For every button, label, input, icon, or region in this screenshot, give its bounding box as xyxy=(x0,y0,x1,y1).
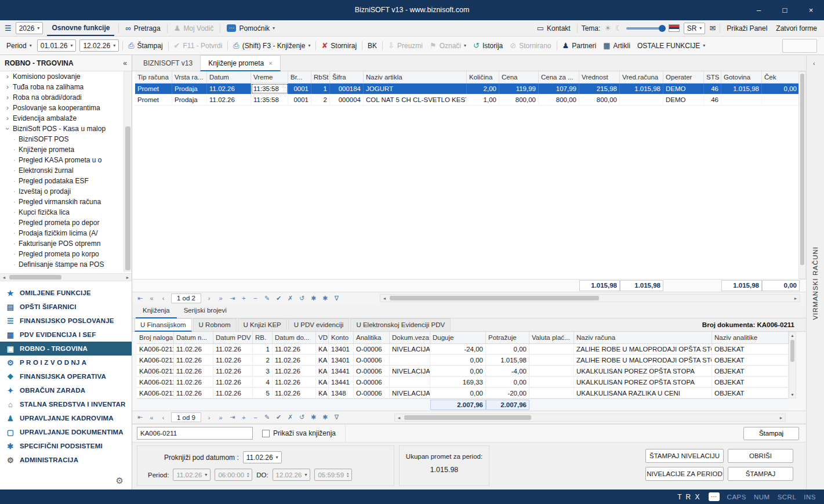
nav-filter-button[interactable]: ∇ xyxy=(332,293,342,303)
minimize-button[interactable]: – xyxy=(746,0,772,20)
nav-delete-button[interactable]: − xyxy=(251,293,260,303)
theme-slider[interactable] xyxy=(626,27,665,30)
section-robno-trgovina[interactable]: ▣ROBNO - TRGOVINA xyxy=(0,342,132,356)
section-obracun-zarada[interactable]: ✦OBRAČUN ZARADA xyxy=(0,383,132,397)
tree-horizontal-scrollbar[interactable]: ◄ ► xyxy=(0,273,132,281)
bk-button[interactable]: BK xyxy=(366,42,379,50)
stampaj-button[interactable]: Štampaj xyxy=(743,427,799,440)
preuzmi-button[interactable]: ⇩ Preuzmi xyxy=(386,41,424,50)
checkbox[interactable] xyxy=(262,430,270,437)
section-specificni-podsistemi[interactable]: ✱SPECIFIČNI PODSISTEMI xyxy=(0,439,132,453)
grid2-header[interactable]: Broj nalogaDatum n...Datum PDVRB.Datum d… xyxy=(137,332,789,344)
tree-item-roba-na-obradi[interactable]: ›Roba na obradi/doradi xyxy=(0,92,124,103)
storniraj-button[interactable]: ✘ Storniraj xyxy=(320,41,358,50)
nav-next-page-button[interactable]: » xyxy=(216,293,226,303)
prikazi-sva-knjizenja-option[interactable]: Prikaži sva knjiženja xyxy=(253,425,346,442)
tree-item-biznisoft-pos[interactable]: ›BizniSoft POS - Kasa u malop xyxy=(0,124,124,134)
obrisi-button[interactable]: OBRIŠI xyxy=(728,449,793,463)
spin-down-icon[interactable]: ▾ xyxy=(247,475,249,478)
nivelacije-za-period-button[interactable]: NIVELACIJE ZA PERIOD xyxy=(645,467,724,481)
period-dropdown[interactable]: Period ▾ xyxy=(5,42,34,50)
f3-knjizenje-button[interactable]: ⎙ (Shift) F3 - Knjiženje ▾ xyxy=(231,41,312,50)
grid2-vertical-scrollbar[interactable]: ▲ ▼ xyxy=(789,332,796,398)
tab-knjizenje-prometa[interactable]: Knjiženje prometa × xyxy=(200,55,281,71)
menu-pomocnik[interactable]: … Pomoćnik ▾ xyxy=(224,24,277,32)
section-stalna-sredstva[interactable]: ⌂STALNA SREDSTVA I INVENTAR xyxy=(0,397,132,411)
nav-edit-button[interactable]: ✎ xyxy=(262,293,272,303)
menu-zatvori-forme[interactable]: Zatvori forme xyxy=(774,24,819,32)
tree-item-tudja-roba[interactable]: ›Tuđa roba na zalihama xyxy=(0,82,124,92)
document-number-input[interactable]: KA006-0211 xyxy=(137,427,253,440)
nav-bookmark-goto-button[interactable]: ✱ xyxy=(320,413,330,422)
scroll-track[interactable] xyxy=(8,274,124,281)
section-dokumenti[interactable]: ▢UPRAVLJANJE DOKUMENTIMA xyxy=(0,425,132,439)
scroll-track[interactable] xyxy=(403,414,777,421)
language-select[interactable]: SR ▾ xyxy=(684,23,706,34)
tree-item-prodaja-fizickim[interactable]: ▪Prodaja fizičkim licima (A/ xyxy=(0,228,124,238)
nav-bookmark-goto-button[interactable]: ✱ xyxy=(320,293,330,303)
tree-item-kooperanti[interactable]: ›Poslovanje sa kooperantima xyxy=(0,103,124,113)
period-from-date[interactable]: 01.01.26 ▾ xyxy=(37,39,77,52)
nav-first-button[interactable]: ⇤ xyxy=(135,293,145,303)
stampaj-veliki-button[interactable]: ŠTAMPAJ xyxy=(728,467,793,481)
menu-pretraga[interactable]: ∞ Pretraga xyxy=(123,24,162,32)
grid-row[interactable]: KA006-021111.02.2611.02.26311.02.26KA134… xyxy=(137,366,789,377)
tab-biznisoft-v13[interactable]: BIZNISOFT v13 xyxy=(136,55,200,71)
scroll-up-icon[interactable]: ▲ xyxy=(789,332,796,339)
chat-icon[interactable]: … xyxy=(709,492,720,501)
empty-toolbar-button[interactable] xyxy=(782,39,817,53)
menu-osnovne-funkcije[interactable]: Osnovne funkcije xyxy=(47,20,114,36)
section-finansijsko-poslovanje[interactable]: ☰FINANSIJSKO POSLOVANJE xyxy=(0,314,132,328)
grid1-vertical-scrollbar[interactable] xyxy=(798,71,806,279)
maximize-button[interactable]: □ xyxy=(772,0,798,20)
tree-item-pregled-esf[interactable]: ▪Pregled podataka ESF xyxy=(0,176,124,186)
nav-prior-button[interactable]: ‹ xyxy=(158,293,168,303)
grid-row[interactable]: KA006-021111.02.2611.02.26111.02.26KA134… xyxy=(137,344,789,355)
scroll-thumb[interactable] xyxy=(9,275,61,280)
section-administracija[interactable]: ⚙ADMINISTRACIJA xyxy=(0,453,132,467)
oznaci-button[interactable]: ⚑ Označi ▾ xyxy=(428,41,468,50)
grid-row[interactable]: PrometProdaja11.02.2611:35:5800011000184… xyxy=(135,84,800,95)
section-omiljene-funkcije[interactable]: ★OMILJENE FUNKCIJE xyxy=(0,286,132,300)
grid2-horizontal-scrollbar[interactable]: ◄ ► xyxy=(394,414,786,422)
f11-potvrdi-button[interactable]: ✔ F11 - Potvrdi xyxy=(172,41,224,50)
subtab-u-finansijskom[interactable]: U Finansijskom xyxy=(135,318,192,332)
close-icon[interactable]: × xyxy=(268,56,272,71)
tree-item-knjizenje-prometa[interactable]: ▪Knjiženje prometa xyxy=(0,144,124,155)
tree-item-promet-po-depor[interactable]: ▪Pregled prometa po depor xyxy=(0,217,124,228)
time-from-spinner[interactable]: 06:00:00 ▴▾ xyxy=(215,469,252,481)
nav-insert-button[interactable]: + xyxy=(239,293,249,303)
time-to-spinner[interactable]: 05:59:59 ▴▾ xyxy=(314,469,352,481)
nav-first-button[interactable]: ⇤ xyxy=(135,413,145,422)
grid-row[interactable]: PrometProdaja11.02.2611:35:5800012000004… xyxy=(135,95,800,106)
nav-bookmark-set-button[interactable]: ✱ xyxy=(308,413,318,422)
grid-row[interactable]: KA006-021111.02.2611.02.26511.02.26KA134… xyxy=(137,388,789,398)
tree-item-promet-po-korpo[interactable]: ▪Pregled prometa po korpo xyxy=(0,249,124,259)
scroll-thumb[interactable] xyxy=(790,340,794,362)
moon-icon[interactable]: ☾ xyxy=(615,24,622,32)
nav-next-button[interactable]: › xyxy=(204,293,214,303)
section-pdv-evidencija[interactable]: ▦PDV EVIDENCIJA I SEF xyxy=(0,328,132,342)
subtab-u-knjizi-kep[interactable]: U Knjizi KEP xyxy=(238,318,287,331)
grid1-horizontal-scrollbar[interactable]: ◄ ► xyxy=(380,294,800,302)
nav-edit-button[interactable]: ✎ xyxy=(262,413,272,422)
menu-moj-vodic[interactable]: ♟ Moj Vodič xyxy=(172,24,216,32)
scroll-right-icon[interactable]: ► xyxy=(124,275,132,280)
year-select[interactable]: 2026 ▾ xyxy=(16,22,43,34)
nav-delete-button[interactable]: − xyxy=(251,413,260,422)
mail-icon[interactable]: ✉ xyxy=(709,24,716,32)
nav-prior-page-button[interactable]: « xyxy=(147,413,157,422)
nav-last-button[interactable]: ⇥ xyxy=(227,413,237,422)
nav-last-button[interactable]: ⇥ xyxy=(227,293,237,303)
virmanski-racuni-strip[interactable]: ‹ VIRMANSKI RAČUNI xyxy=(806,55,824,490)
istorija-button[interactable]: ↺ Istorija xyxy=(471,41,504,50)
nav-insert-button[interactable]: + xyxy=(239,413,249,422)
nav-filter-button[interactable]: ∇ xyxy=(332,413,342,422)
period-to-select[interactable]: 12.02.26 ▾ xyxy=(273,469,311,481)
grid-row[interactable]: KA006-021111.02.2611.02.26411.02.26KA134… xyxy=(137,377,789,388)
stornirano-button[interactable]: ⊘ Stornirano xyxy=(508,41,553,50)
scroll-thumb[interactable] xyxy=(390,296,599,300)
subtab-u-pdv-evidenciji[interactable]: U PDV evidenciji xyxy=(288,318,350,331)
nav-prior-button[interactable]: ‹ xyxy=(158,413,168,422)
nav-bookmark-set-button[interactable]: ✱ xyxy=(308,293,318,303)
